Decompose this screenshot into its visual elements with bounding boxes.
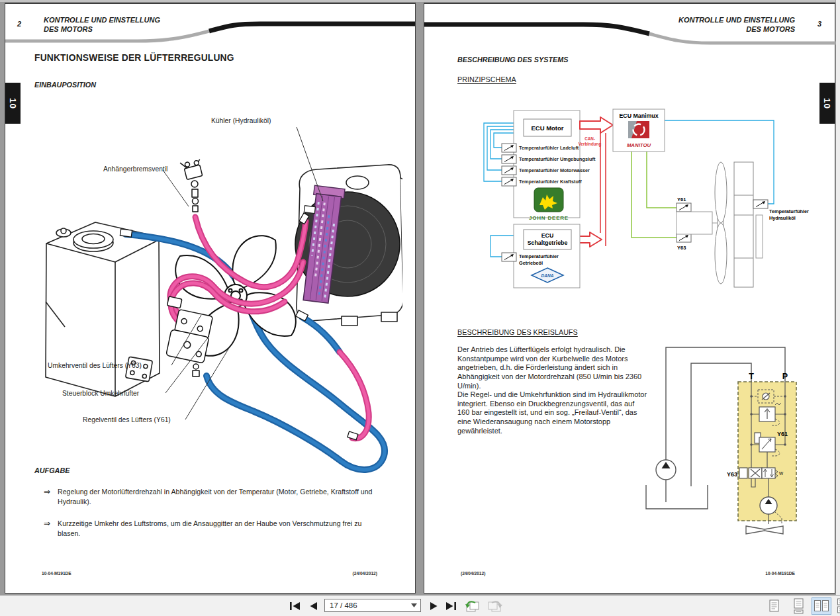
fan-hydraulic-motor xyxy=(677,212,712,234)
last-page-icon xyxy=(445,601,457,611)
ecu-getriebe-line2: Schaltgetriebe xyxy=(528,240,568,246)
chapter-tab: 10 xyxy=(819,83,835,124)
two-page-continuous-view-button[interactable] xyxy=(835,597,840,615)
trailer-brake-valve xyxy=(180,158,204,212)
combobox-caret-icon xyxy=(411,603,417,607)
radiator-schematic xyxy=(734,162,753,287)
section-kreislauf: BESCHREIBUNG DES KREISLAUFS xyxy=(457,328,578,336)
next-page-icon xyxy=(430,601,438,611)
label-anhaengerbremsventil: Anhängerbremsventil xyxy=(103,165,167,173)
hydraulic-oil-sensor-symbol xyxy=(753,200,768,208)
viewer-top-edge xyxy=(0,0,840,2)
single-page-view-button[interactable] xyxy=(764,597,784,615)
fan-symbol xyxy=(746,526,783,534)
running-header: KONTROLLE UND EINSTELLUNG DES MOTORS xyxy=(678,15,795,34)
port-p-label: P xyxy=(782,372,788,381)
page-number: 3 xyxy=(817,20,821,28)
john-deere-wordmark: JOHN DEERE xyxy=(529,215,569,221)
label-regelventil: Regelventil des Lüfters (Y61) xyxy=(83,416,171,423)
page-title: FUNKTIONSWEISE DER LÜFTERREGULUNG xyxy=(34,53,234,63)
hydraulic-tank xyxy=(46,222,160,396)
first-page-icon xyxy=(289,601,301,611)
port-t-label: T xyxy=(749,372,754,381)
aufgabe-bullet-1: ⇒ Regelung der Motorlüfterdrehzahl in Ab… xyxy=(44,487,375,507)
manitou-wordmark: MANITOU xyxy=(627,142,651,148)
sensor-label-ladeluft: Temperaturfühler Ladeluft xyxy=(519,145,579,151)
y63-label: Y63 xyxy=(677,245,686,251)
page-number: 2 xyxy=(17,20,21,28)
label-kuehler: Kühler (Hydrauliköl) xyxy=(211,117,271,124)
y63-directional-valve: Y63 W xyxy=(727,468,784,478)
circuit-paragraph-1: Der Antrieb des Lüfterflügels erfolgt hy… xyxy=(457,345,648,390)
running-header-line1: KONTROLLE UND EINSTELLUNG xyxy=(44,15,160,24)
valve-y61-symbol xyxy=(677,203,691,212)
footer-date: (24/04/2012) xyxy=(353,571,377,576)
hydr-sensor-line1: Temperaturfühler xyxy=(769,208,809,214)
vertical-scrollbar[interactable] xyxy=(835,0,840,595)
previous-page-icon xyxy=(309,601,318,611)
fan-blade-top xyxy=(715,162,727,223)
y61-label: Y61 xyxy=(677,197,686,202)
circuit-paragraph-2: Die Regel- und die Umkehrfunktion sind i… xyxy=(457,390,648,435)
running-header-line2: DES MOTORS xyxy=(44,24,160,34)
reversing-fan-control-block xyxy=(157,296,216,376)
document-page-left: 2 KONTROLLE UND EINSTELLUNG DES MOTORS 1… xyxy=(5,3,416,594)
y63-schematic-label: Y63 xyxy=(727,471,737,478)
valve-y63-symbol xyxy=(677,234,691,242)
hydraulic-circuit-schematic: T P Y61 xyxy=(635,338,833,550)
ecu-manimux-label: ECU Manimux xyxy=(619,112,658,119)
running-header-line1: KONTROLLE UND EINSTELLUNG xyxy=(678,15,795,24)
last-page-button[interactable] xyxy=(443,600,458,612)
footer-doc-code: 10-04-M191DE xyxy=(42,571,71,576)
next-view-icon xyxy=(487,599,502,613)
previous-view-icon xyxy=(465,599,481,613)
running-header: KONTROLLE UND EINSTELLUNG DES MOTORS xyxy=(44,15,160,34)
next-page-button[interactable] xyxy=(426,600,441,612)
getriebe-sensor-line1: Temperaturfühler xyxy=(519,253,559,259)
john-deere-logo: JOHN DEERE xyxy=(529,188,569,221)
continuous-view-icon xyxy=(790,598,806,614)
section-prinzipschema: PRINZIPSCHEMA xyxy=(457,75,516,83)
can-bus-lines xyxy=(600,133,606,246)
two-page-continuous-view-icon xyxy=(836,598,840,614)
ecu-motor-label: ECU Motor xyxy=(531,124,563,132)
dana-wordmark: DANA xyxy=(541,273,554,278)
fan-blade-bottom xyxy=(715,223,727,284)
sensor-label-motorwasser: Temperaturfühler Motorwasser xyxy=(519,167,590,173)
two-page-view-button[interactable] xyxy=(812,597,831,615)
next-view-button[interactable] xyxy=(486,600,503,612)
sensor-label-umgebungsluft: Temperaturfühler Umgebungsluft xyxy=(519,156,596,162)
can-label-line2: Verbindung xyxy=(579,142,602,147)
previous-view-button[interactable] xyxy=(464,600,481,612)
first-page-button[interactable] xyxy=(287,600,302,612)
can-arrow-motor xyxy=(580,117,613,133)
footer-doc-code: 10-04-M191DE xyxy=(765,571,795,576)
arrow-glyph: ⇒ xyxy=(44,519,50,539)
page-number-combobox[interactable]: 17 / 486 xyxy=(324,599,421,612)
running-header-line2: DES MOTORS xyxy=(678,24,795,34)
section-einbauposition: EINBAUPOSITION xyxy=(34,81,96,89)
previous-page-button[interactable] xyxy=(306,600,320,612)
w-spring-label: W xyxy=(779,471,784,476)
manitou-logo: MANITOU xyxy=(627,121,651,148)
getriebe-sensor-line2: Getriebeöl xyxy=(519,260,543,266)
footer-date: (24/04/2012) xyxy=(461,571,485,576)
section-system: BESCHREIBUNG DES SYSTEMS xyxy=(457,56,568,64)
valve-wires xyxy=(631,152,677,238)
sensor-label-kraftstoff: Temperaturfühler Kraftstoff xyxy=(519,179,582,185)
arrow-glyph: ⇒ xyxy=(44,487,50,507)
chapter-tab-label: 10 xyxy=(8,97,18,109)
aufgabe-bullet-1-text: Regelung der Motorlüfterdrehzahl in Abhä… xyxy=(58,487,375,507)
can-label-line1: CAN- xyxy=(584,136,595,141)
document-page-right: KONTROLLE UND EINSTELLUNG DES MOTORS 3 1… xyxy=(424,3,835,594)
section-aufgabe: AUFGABE xyxy=(34,466,70,474)
pdf-viewer-window: { "colors": { "hose_blue": "#2273b8", "h… xyxy=(0,0,840,616)
hydr-sensor-line2: Hydrauliköl xyxy=(769,215,796,221)
aufgabe-bullet-2: ⇒ Kurzzeitige Umkehr des Luftstroms, um … xyxy=(44,519,375,539)
label-umkehrventil: Umkehrventil des Lüfters (Y63) xyxy=(48,362,142,369)
aufgabe-bullet-2-text: Kurzzeitige Umkehr des Luftstroms, um di… xyxy=(58,519,375,539)
two-page-view-icon xyxy=(813,599,830,613)
single-page-view-icon xyxy=(766,599,782,613)
principle-schema-diagram: ECU Motor Temperaturfühler Ladeluft Temp… xyxy=(464,103,821,308)
continuous-view-button[interactable] xyxy=(788,597,808,615)
